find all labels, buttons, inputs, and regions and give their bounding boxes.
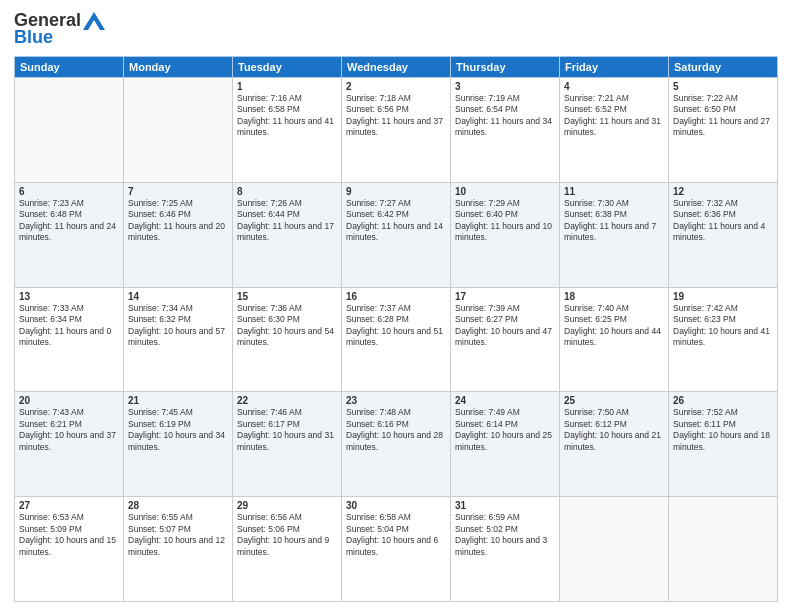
calendar-cell: 21Sunrise: 7:45 AM Sunset: 6:19 PM Dayli… [124, 392, 233, 497]
page: General Blue SundayMondayTuesdayWednesda… [0, 0, 792, 612]
calendar-cell: 15Sunrise: 7:36 AM Sunset: 6:30 PM Dayli… [233, 287, 342, 392]
calendar-cell: 6Sunrise: 7:23 AM Sunset: 6:48 PM Daylig… [15, 182, 124, 287]
day-number: 23 [346, 395, 446, 406]
calendar-header-row: SundayMondayTuesdayWednesdayThursdayFrid… [15, 57, 778, 78]
calendar-cell: 18Sunrise: 7:40 AM Sunset: 6:25 PM Dayli… [560, 287, 669, 392]
calendar-cell: 14Sunrise: 7:34 AM Sunset: 6:32 PM Dayli… [124, 287, 233, 392]
day-number: 25 [564, 395, 664, 406]
day-number: 22 [237, 395, 337, 406]
day-number: 18 [564, 291, 664, 302]
day-info: Sunrise: 7:33 AM Sunset: 6:34 PM Dayligh… [19, 303, 119, 349]
day-info: Sunrise: 7:23 AM Sunset: 6:48 PM Dayligh… [19, 198, 119, 244]
day-info: Sunrise: 6:58 AM Sunset: 5:04 PM Dayligh… [346, 512, 446, 558]
day-of-week-header: Monday [124, 57, 233, 78]
day-number: 28 [128, 500, 228, 511]
day-number: 11 [564, 186, 664, 197]
day-info: Sunrise: 7:34 AM Sunset: 6:32 PM Dayligh… [128, 303, 228, 349]
day-info: Sunrise: 6:56 AM Sunset: 5:06 PM Dayligh… [237, 512, 337, 558]
calendar-cell: 10Sunrise: 7:29 AM Sunset: 6:40 PM Dayli… [451, 182, 560, 287]
calendar-cell: 24Sunrise: 7:49 AM Sunset: 6:14 PM Dayli… [451, 392, 560, 497]
day-number: 4 [564, 81, 664, 92]
day-info: Sunrise: 7:52 AM Sunset: 6:11 PM Dayligh… [673, 407, 773, 453]
day-number: 21 [128, 395, 228, 406]
calendar-cell [124, 78, 233, 183]
calendar-cell: 11Sunrise: 7:30 AM Sunset: 6:38 PM Dayli… [560, 182, 669, 287]
day-info: Sunrise: 7:39 AM Sunset: 6:27 PM Dayligh… [455, 303, 555, 349]
calendar-cell: 28Sunrise: 6:55 AM Sunset: 5:07 PM Dayli… [124, 497, 233, 602]
day-number: 30 [346, 500, 446, 511]
day-of-week-header: Friday [560, 57, 669, 78]
calendar-table: SundayMondayTuesdayWednesdayThursdayFrid… [14, 56, 778, 602]
calendar-cell: 7Sunrise: 7:25 AM Sunset: 6:46 PM Daylig… [124, 182, 233, 287]
day-info: Sunrise: 7:37 AM Sunset: 6:28 PM Dayligh… [346, 303, 446, 349]
day-info: Sunrise: 7:40 AM Sunset: 6:25 PM Dayligh… [564, 303, 664, 349]
calendar-cell: 19Sunrise: 7:42 AM Sunset: 6:23 PM Dayli… [669, 287, 778, 392]
day-info: Sunrise: 7:43 AM Sunset: 6:21 PM Dayligh… [19, 407, 119, 453]
day-of-week-header: Sunday [15, 57, 124, 78]
calendar-cell: 9Sunrise: 7:27 AM Sunset: 6:42 PM Daylig… [342, 182, 451, 287]
day-info: Sunrise: 7:27 AM Sunset: 6:42 PM Dayligh… [346, 198, 446, 244]
calendar-week-row: 27Sunrise: 6:53 AM Sunset: 5:09 PM Dayli… [15, 497, 778, 602]
day-number: 13 [19, 291, 119, 302]
day-of-week-header: Saturday [669, 57, 778, 78]
day-info: Sunrise: 7:30 AM Sunset: 6:38 PM Dayligh… [564, 198, 664, 244]
calendar-cell: 1Sunrise: 7:16 AM Sunset: 6:58 PM Daylig… [233, 78, 342, 183]
day-number: 15 [237, 291, 337, 302]
day-info: Sunrise: 7:46 AM Sunset: 6:17 PM Dayligh… [237, 407, 337, 453]
calendar-cell: 31Sunrise: 6:59 AM Sunset: 5:02 PM Dayli… [451, 497, 560, 602]
day-number: 26 [673, 395, 773, 406]
day-info: Sunrise: 7:16 AM Sunset: 6:58 PM Dayligh… [237, 93, 337, 139]
day-info: Sunrise: 7:45 AM Sunset: 6:19 PM Dayligh… [128, 407, 228, 453]
calendar-cell [15, 78, 124, 183]
day-number: 5 [673, 81, 773, 92]
day-number: 10 [455, 186, 555, 197]
calendar-cell: 27Sunrise: 6:53 AM Sunset: 5:09 PM Dayli… [15, 497, 124, 602]
calendar-cell: 20Sunrise: 7:43 AM Sunset: 6:21 PM Dayli… [15, 392, 124, 497]
calendar-cell: 2Sunrise: 7:18 AM Sunset: 6:56 PM Daylig… [342, 78, 451, 183]
calendar-cell: 26Sunrise: 7:52 AM Sunset: 6:11 PM Dayli… [669, 392, 778, 497]
day-number: 2 [346, 81, 446, 92]
day-info: Sunrise: 7:26 AM Sunset: 6:44 PM Dayligh… [237, 198, 337, 244]
day-number: 31 [455, 500, 555, 511]
calendar-week-row: 1Sunrise: 7:16 AM Sunset: 6:58 PM Daylig… [15, 78, 778, 183]
day-info: Sunrise: 7:42 AM Sunset: 6:23 PM Dayligh… [673, 303, 773, 349]
logo-icon [83, 12, 105, 30]
day-number: 19 [673, 291, 773, 302]
day-number: 6 [19, 186, 119, 197]
day-number: 7 [128, 186, 228, 197]
day-info: Sunrise: 7:18 AM Sunset: 6:56 PM Dayligh… [346, 93, 446, 139]
day-number: 20 [19, 395, 119, 406]
day-of-week-header: Wednesday [342, 57, 451, 78]
logo-blue-text: Blue [14, 27, 53, 48]
day-number: 1 [237, 81, 337, 92]
calendar-cell: 12Sunrise: 7:32 AM Sunset: 6:36 PM Dayli… [669, 182, 778, 287]
calendar-week-row: 6Sunrise: 7:23 AM Sunset: 6:48 PM Daylig… [15, 182, 778, 287]
calendar-cell: 3Sunrise: 7:19 AM Sunset: 6:54 PM Daylig… [451, 78, 560, 183]
calendar-week-row: 13Sunrise: 7:33 AM Sunset: 6:34 PM Dayli… [15, 287, 778, 392]
day-number: 17 [455, 291, 555, 302]
day-info: Sunrise: 7:49 AM Sunset: 6:14 PM Dayligh… [455, 407, 555, 453]
day-info: Sunrise: 7:19 AM Sunset: 6:54 PM Dayligh… [455, 93, 555, 139]
calendar-cell: 16Sunrise: 7:37 AM Sunset: 6:28 PM Dayli… [342, 287, 451, 392]
day-of-week-header: Thursday [451, 57, 560, 78]
day-number: 12 [673, 186, 773, 197]
day-info: Sunrise: 7:50 AM Sunset: 6:12 PM Dayligh… [564, 407, 664, 453]
day-info: Sunrise: 7:29 AM Sunset: 6:40 PM Dayligh… [455, 198, 555, 244]
day-number: 29 [237, 500, 337, 511]
day-number: 3 [455, 81, 555, 92]
day-info: Sunrise: 7:36 AM Sunset: 6:30 PM Dayligh… [237, 303, 337, 349]
day-info: Sunrise: 7:32 AM Sunset: 6:36 PM Dayligh… [673, 198, 773, 244]
header: General Blue [14, 10, 778, 48]
day-info: Sunrise: 7:21 AM Sunset: 6:52 PM Dayligh… [564, 93, 664, 139]
day-number: 8 [237, 186, 337, 197]
day-of-week-header: Tuesday [233, 57, 342, 78]
day-info: Sunrise: 7:22 AM Sunset: 6:50 PM Dayligh… [673, 93, 773, 139]
day-info: Sunrise: 6:53 AM Sunset: 5:09 PM Dayligh… [19, 512, 119, 558]
calendar-cell: 8Sunrise: 7:26 AM Sunset: 6:44 PM Daylig… [233, 182, 342, 287]
day-info: Sunrise: 6:55 AM Sunset: 5:07 PM Dayligh… [128, 512, 228, 558]
calendar-cell [669, 497, 778, 602]
calendar-cell: 30Sunrise: 6:58 AM Sunset: 5:04 PM Dayli… [342, 497, 451, 602]
calendar-cell: 13Sunrise: 7:33 AM Sunset: 6:34 PM Dayli… [15, 287, 124, 392]
day-number: 9 [346, 186, 446, 197]
calendar-cell: 23Sunrise: 7:48 AM Sunset: 6:16 PM Dayli… [342, 392, 451, 497]
